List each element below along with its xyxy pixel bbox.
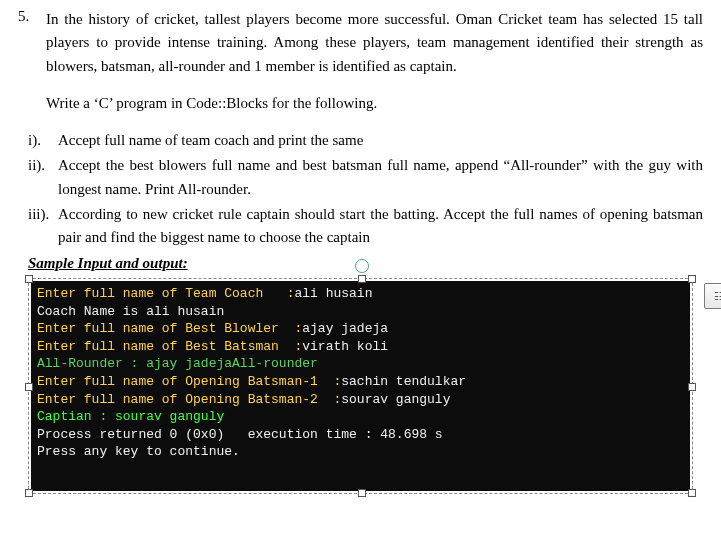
part-ii-label: ii). [28,154,58,177]
terminal-selection-frame[interactable]: ☷ Enter full name of Team Coach :ali hus… [28,278,693,493]
resize-handle-mid-right[interactable] [688,383,696,391]
term-line-3-prompt: Enter full name of Best Blowler : [37,321,302,336]
term-line-9: Process returned 0 (0x0) execution time … [37,427,443,442]
part-i: i). Accept full name of team coach and p… [28,129,703,152]
term-line-5: All-Rounder : ajay jadejaAll-rounder [37,356,318,371]
part-ii-text: Accept the best blowers full name and be… [58,154,703,201]
resize-handle-top-left[interactable] [25,275,33,283]
question-number: 5. [18,8,46,25]
term-line-10: Press any key to continue. [37,444,240,459]
term-line-6-prompt: Enter full name of Opening Batsman-1 : [37,374,341,389]
term-line-4-prompt: Enter full name of Best Batsman : [37,339,302,354]
resize-handle-top-mid[interactable] [358,275,366,283]
resize-handle-bottom-right[interactable] [688,489,696,497]
layout-options-button[interactable]: ☷ [704,283,721,309]
resize-handle-bottom-left[interactable] [25,489,33,497]
term-line-6-input: sachin tendulkar [341,374,466,389]
question-instruction: Write a ‘C’ program in Code::Blocks for … [46,92,703,115]
term-line-8: Captian : sourav ganguly [37,409,224,424]
rotate-handle-icon[interactable] [355,259,369,273]
resize-handle-bottom-mid[interactable] [358,489,366,497]
part-i-label: i). [28,129,58,152]
resize-handle-top-right[interactable] [688,275,696,283]
part-i-text: Accept full name of team coach and print… [58,129,703,152]
part-ii: ii). Accept the best blowers full name a… [28,154,703,201]
part-iii-label: iii). [28,203,58,226]
term-line-1-prompt: Enter full name of Team Coach : [37,286,294,301]
part-iii-text: According to new cricket rule captain sh… [58,203,703,250]
terminal-output: Enter full name of Team Coach :ali husai… [31,281,690,490]
layout-options-icon: ☷ [714,290,721,303]
question-prompt: In the history of cricket, tallest playe… [46,8,703,78]
term-line-7-input: sourav ganguly [341,392,450,407]
term-line-4-input: virath koli [302,339,388,354]
question-row: 5. In the history of cricket, tallest pl… [18,8,703,78]
term-line-7-prompt: Enter full name of Opening Batsman-2 : [37,392,341,407]
term-line-3-input: ajay jadeja [302,321,388,336]
resize-handle-mid-left[interactable] [25,383,33,391]
part-iii: iii). According to new cricket rule capt… [28,203,703,250]
document-page: 5. In the history of cricket, tallest pl… [0,0,721,512]
term-line-1-input: ali husain [294,286,372,301]
term-line-2: Coach Name is ali husain [37,304,224,319]
